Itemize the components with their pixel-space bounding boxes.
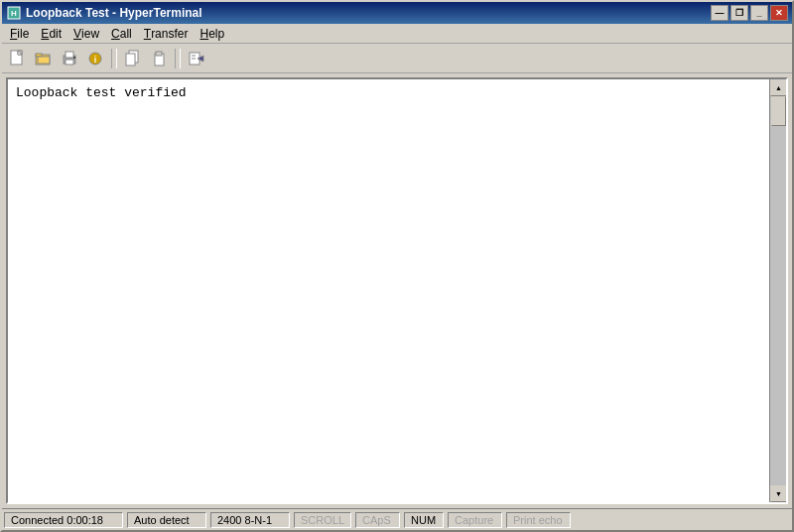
- status-capture: Capture: [448, 512, 502, 528]
- svg-rect-10: [66, 52, 73, 58]
- svg-rect-7: [38, 57, 50, 64]
- status-scroll: SCROLL: [294, 512, 351, 528]
- svg-rect-15: [126, 54, 135, 66]
- svg-text:H: H: [11, 9, 17, 18]
- toolbar: i: [2, 44, 792, 73]
- status-connection: Connected 0:00:18: [4, 512, 123, 528]
- app-window: H Loopback Test - HyperTerminal — ❐ _ ✕ …: [0, 0, 794, 532]
- title-bar: H Loopback Test - HyperTerminal — ❐ _ ✕: [2, 2, 792, 24]
- status-bar: Connected 0:00:18 Auto detect 2400 8-N-1…: [2, 508, 792, 530]
- status-caps: CApS: [355, 512, 400, 528]
- menu-bar: File Edit View Call Transfer Help: [2, 24, 792, 44]
- terminal-wrapper: Loopback test verified ▲ ▼: [2, 73, 792, 508]
- scroll-thumb[interactable]: [771, 96, 786, 126]
- toolbar-open-button[interactable]: [32, 48, 56, 69]
- status-print-echo: Print echo: [506, 512, 571, 528]
- terminal-output: Loopback test verified: [8, 79, 786, 106]
- scroll-up-button[interactable]: ▲: [770, 79, 787, 96]
- toolbar-print-button[interactable]: [58, 48, 81, 69]
- scroll-track[interactable]: [770, 96, 786, 485]
- window-title: Loopback Test - HyperTerminal: [26, 6, 711, 20]
- menu-help[interactable]: Help: [194, 24, 230, 43]
- scroll-down-button[interactable]: ▼: [770, 485, 787, 502]
- restore-button[interactable]: _: [750, 5, 768, 21]
- svg-rect-9: [66, 60, 73, 65]
- toolbar-new-button[interactable]: [6, 48, 30, 69]
- toolbar-separator-2: [175, 49, 181, 68]
- vertical-scrollbar: ▲ ▼: [769, 79, 786, 502]
- svg-rect-11: [73, 57, 75, 59]
- status-num: NUM: [404, 512, 444, 528]
- menu-edit[interactable]: Edit: [35, 24, 67, 43]
- svg-rect-17: [156, 52, 162, 56]
- toolbar-properties-button[interactable]: i: [83, 48, 107, 69]
- status-detect: Auto detect: [127, 512, 206, 528]
- menu-call[interactable]: Call: [105, 24, 138, 43]
- toolbar-separator-1: [111, 49, 117, 68]
- menu-view[interactable]: View: [67, 24, 105, 43]
- toolbar-copy-button[interactable]: [121, 48, 145, 69]
- minimize-button[interactable]: —: [711, 5, 728, 21]
- maximize-button[interactable]: ❐: [730, 5, 748, 21]
- terminal-box: Loopback test verified ▲ ▼: [6, 77, 788, 504]
- close-button[interactable]: ✕: [770, 5, 788, 21]
- toolbar-send-button[interactable]: [185, 48, 208, 69]
- menu-file[interactable]: File: [4, 24, 35, 43]
- app-icon: H: [6, 5, 22, 21]
- toolbar-paste-button[interactable]: [147, 48, 171, 69]
- menu-transfer[interactable]: Transfer: [138, 24, 195, 43]
- window-controls: — ❐ _ ✕: [711, 5, 788, 21]
- svg-text:i: i: [94, 55, 97, 65]
- status-baud: 2400 8-N-1: [210, 512, 290, 528]
